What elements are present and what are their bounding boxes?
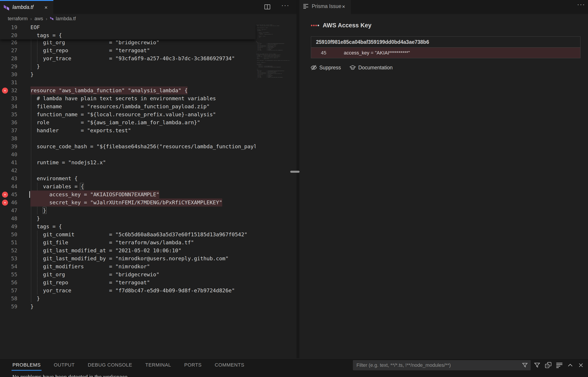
breadcrumb-file[interactable]: lambda.tf: [50, 16, 76, 22]
code-text: git_file = "terraform/aws/lambda.tf": [30, 238, 194, 247]
issue-line-number: 45: [321, 47, 326, 58]
filter-funnel-icon[interactable]: [522, 362, 528, 368]
more-actions-icon[interactable]: ···: [281, 2, 289, 9]
code-line[interactable]: ✕ 49 tags = {: [0, 223, 255, 231]
editor-group-divider: [296, 0, 299, 358]
code-line[interactable]: ✕ 57 yor_trace = "f7d8bc47-e5d9-4b09-9d8…: [0, 286, 255, 295]
close-panel-icon[interactable]: [578, 362, 584, 368]
terraform-icon: [50, 16, 54, 21]
code-line[interactable]: ✕ 31: [0, 79, 255, 86]
line-number: 47: [0, 207, 17, 214]
collapse-all-icon[interactable]: [545, 362, 552, 368]
close-tab-icon[interactable]: ×: [45, 4, 47, 11]
code-line[interactable]: ✕ 40: [0, 151, 255, 158]
suppress-button[interactable]: Suppress: [311, 64, 341, 71]
line-number: 44: [0, 182, 17, 190]
code-line[interactable]: ✕ 37 handler = "exports.test": [0, 127, 255, 134]
sticky-line[interactable]: 20 tags = {: [0, 31, 255, 39]
code-text: runtime = "nodejs12.x": [30, 158, 106, 166]
panel-actions: ···: [577, 1, 585, 8]
breadcrumb-folder[interactable]: terraform: [8, 16, 28, 22]
code-line[interactable]: ✕ 42: [0, 166, 255, 175]
code-line[interactable]: ✕ 48 }: [0, 214, 255, 223]
more-actions-icon[interactable]: ···: [577, 1, 585, 8]
line-number: 32: [0, 86, 17, 94]
filter-input[interactable]: [353, 360, 531, 370]
code-line[interactable]: ✕ 45 access_key = "AKIAIOSFODNN7EXAMPLE": [0, 190, 255, 199]
sticky-scroll[interactable]: 19 EOF 20 tags = {: [0, 23, 255, 39]
issue-title: AWS Access Key: [323, 22, 371, 29]
code-line[interactable]: ✕ 30 }: [0, 71, 255, 79]
problems-filter: [353, 360, 531, 370]
panel-tab[interactable]: PROBLEMS: [12, 362, 41, 368]
line-number: 34: [0, 103, 17, 110]
text-cursor: [29, 191, 30, 198]
code-text: }: [30, 214, 40, 223]
code-line[interactable]: ✕ 35 function_name = "${local.resource_p…: [0, 110, 255, 118]
issue-actions: Suppress Documentation: [311, 64, 393, 71]
code-line[interactable]: ✕ 47 }: [0, 207, 255, 214]
code-line[interactable]: ✕ 27 git_repo = "terragoat": [0, 47, 255, 54]
bottom-panel: PROBLEMS OUTPUT DEBUG CONSOLE TERMINAL P…: [0, 358, 588, 377]
code-area[interactable]: ✕ 26 git_org = "bridgecrewio" ✕ 27 git_r…: [0, 23, 255, 358]
split-editor-icon[interactable]: [265, 4, 270, 9]
severity-dots-icon: [311, 25, 319, 26]
tab-prisma-issue[interactable]: Prisma Issue ×: [299, 0, 351, 14]
panel-tab[interactable]: OUTPUT: [54, 362, 75, 368]
eye-off-icon: [311, 64, 317, 71]
code-line[interactable]: ✕ 54 git_modifiers = "nimrodkor": [0, 262, 255, 271]
code-line[interactable]: ✕ 36 role = "${aws_iam_role.iam_for_lamb…: [0, 118, 255, 127]
code-line[interactable]: ✕ 53 git_last_modified_by = "nimrodkor@u…: [0, 255, 255, 262]
code-line[interactable]: ✕ 50 git_commit = "5c6b5d60a8aa63a5d37e6…: [0, 231, 255, 238]
code-line[interactable]: ✕ 38: [0, 134, 255, 142]
panel-tab[interactable]: DEBUG CONSOLE: [88, 362, 132, 368]
line-number: 42: [0, 166, 17, 175]
panel-tab[interactable]: TERMINAL: [145, 362, 171, 368]
issue-code-row[interactable]: 45 access_key = "AKIAI**********": [311, 47, 580, 58]
code-line[interactable]: ✕ 46 secret_key = "wJalrXUtnFEMI/K7MDENG…: [0, 199, 255, 207]
code-line[interactable]: ✕ 26 git_org = "bridgecrewio": [0, 38, 255, 47]
panel-tab[interactable]: COMMENTS: [215, 362, 244, 368]
line-number: 52: [0, 247, 17, 255]
code-text: environment {: [30, 175, 78, 182]
sash-drag-handle[interactable]: [290, 171, 300, 173]
breadcrumb-folder[interactable]: aws: [35, 16, 43, 22]
minimap[interactable]: resource "aws_iam_role" "iam_for_lambda"…: [256, 24, 293, 118]
code-line[interactable]: ✕ 33 # lambda have plain text secrets in…: [0, 94, 255, 103]
filter-icon[interactable]: [534, 362, 541, 368]
code-line[interactable]: ✕ 32 resource "aws_lambda_function" "ana…: [0, 86, 255, 94]
code-line[interactable]: ✕ 28 yor_trace = "93cfa6f9-a257-40c3-b7d…: [0, 54, 255, 62]
bracket-match-box: [43, 207, 46, 214]
sticky-line[interactable]: 19 EOF: [0, 23, 255, 31]
code-line[interactable]: ✕ 52 git_last_modified_at = "2021-05-02 …: [0, 247, 255, 255]
breadcrumb-separator: ›: [46, 16, 47, 21]
code-text: access_key = "AKIAIOSFODNN7EXAMPLE": [30, 190, 159, 199]
panel-tab[interactable]: PORTS: [184, 362, 202, 368]
code-line[interactable]: ✕ 55 git_org = "bridgecrewio": [0, 271, 255, 279]
code-line[interactable]: ✕ 41 runtime = "nodejs12.x": [0, 158, 255, 166]
code-line[interactable]: ✕ 29 }: [0, 62, 255, 71]
maximize-panel-icon[interactable]: [567, 362, 573, 368]
code-line[interactable]: ✕ 44 variables = {: [0, 182, 255, 190]
code-line[interactable]: ✕ 43 environment {: [0, 175, 255, 182]
code-line[interactable]: ✕ 59 }: [0, 303, 255, 311]
code-text: secret_key = "wJalrXUtnFEMI/K7MDENG/bPxR…: [30, 199, 222, 207]
code-line[interactable]: ✕ 39 source_code_hash = "${filebase64sha…: [0, 142, 255, 151]
code-line[interactable]: ✕ 51 git_file = "terraform/aws/lambda.tf…: [0, 238, 255, 247]
tab-lambda-tf[interactable]: lambda.tf ×: [0, 0, 53, 14]
code-line[interactable]: ✕ 58 }: [0, 295, 255, 303]
code-text: git_modifiers = "nimrodkor": [30, 262, 150, 271]
tab-title: lambda.tf: [12, 4, 34, 10]
code-text: yor_trace = "93cfa6f9-a257-40c3-b7dc-3c3…: [30, 54, 235, 62]
view-as-list-icon[interactable]: [556, 362, 563, 368]
code-text: }: [30, 71, 34, 79]
code-text: git_org = "bridgecrewio": [30, 38, 159, 47]
line-number: 29: [0, 62, 17, 71]
documentation-button[interactable]: Documentation: [349, 64, 393, 71]
breadcrumb-file-label: lambda.tf: [56, 16, 76, 22]
code-text: tags = {: [30, 223, 62, 231]
line-number: 31: [0, 79, 17, 86]
code-line[interactable]: ✕ 56 git_repo = "terragoat": [0, 279, 255, 286]
close-tab-icon[interactable]: ×: [342, 3, 345, 10]
code-line[interactable]: ✕ 34 filename = "resources/lambda_functi…: [0, 103, 255, 110]
